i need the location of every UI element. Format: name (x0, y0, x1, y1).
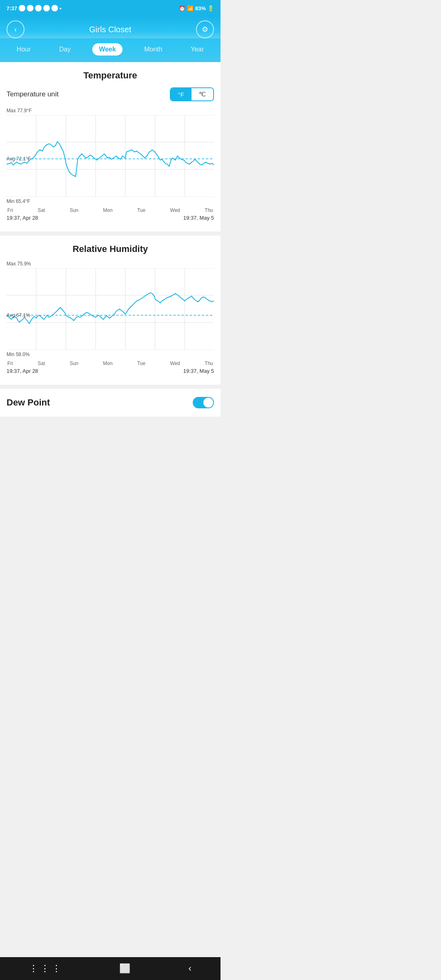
humidity-chart-container: Max 75.9% (7, 261, 214, 357)
tab-month[interactable]: Month (138, 43, 169, 56)
h-x-label-mon: Mon (103, 361, 112, 366)
temperature-chart-container: Max 77.9°F (7, 108, 214, 204)
back-button[interactable]: ‹ (7, 20, 24, 38)
battery-text: 83% (195, 5, 206, 11)
humidity-svg (7, 268, 214, 350)
back-icon: ‹ (14, 25, 17, 34)
h-x-label-sun: Sun (70, 361, 78, 366)
x-label-tue: Tue (137, 207, 145, 213)
humidity-avg-label: Avg 67.1% (7, 312, 30, 318)
fb-icon-5 (51, 5, 58, 11)
tab-day[interactable]: Day (53, 43, 77, 56)
temperature-section: Temperature Temperature unit °F ℃ Max 77… (0, 62, 220, 227)
x-label-thu: Thu (205, 207, 213, 213)
gear-icon: ⚙ (202, 25, 208, 34)
h-x-label-thu: Thu (205, 361, 213, 366)
h-x-label-fri: Fri (7, 361, 13, 366)
unit-row: Temperature unit °F ℃ (7, 87, 214, 101)
status-bar: 7:37 • ⏰ 📶 83% 🔋 (0, 0, 220, 16)
humidity-section: Relative Humidity Max 75.9% (0, 236, 220, 381)
humidity-chart: Avg 67.1% (7, 268, 214, 350)
status-left: 7:37 • (7, 5, 62, 11)
fb-dot: • (60, 5, 62, 11)
temperature-date-row: 19:37, Apr 28 19:37, May 5 (7, 215, 214, 221)
temperature-title: Temperature (7, 70, 214, 81)
temp-max-label: Max 77.9°F (7, 108, 214, 114)
unit-toggle: °F ℃ (170, 87, 214, 101)
tab-year[interactable]: Year (184, 43, 210, 56)
bottom-spacer (0, 416, 220, 439)
fb-icon-3 (35, 5, 42, 11)
temperature-chart: Avg 72.1°F (7, 115, 214, 197)
status-time: 7:37 (7, 5, 17, 11)
temp-min-label: Min 65.4°F (7, 198, 214, 204)
separator-2 (0, 385, 220, 389)
alarm-icon: ⏰ (179, 5, 185, 11)
status-right: ⏰ 📶 83% 🔋 (179, 5, 214, 11)
humidity-title: Relative Humidity (7, 244, 214, 254)
main-content: Temperature Temperature unit °F ℃ Max 77… (0, 62, 220, 416)
x-label-mon: Mon (103, 207, 112, 213)
dew-point-toggle[interactable] (193, 397, 214, 408)
temp-date-start: 19:37, Apr 28 (7, 215, 38, 221)
tab-week[interactable]: Week (92, 43, 122, 56)
unit-label: Temperature unit (7, 90, 59, 98)
settings-button[interactable]: ⚙ (196, 20, 214, 38)
x-label-wed: Wed (170, 207, 180, 213)
unit-f-button[interactable]: °F (171, 88, 192, 100)
dew-point-section: Dew Point (0, 389, 220, 416)
fb-icon-1 (19, 5, 25, 11)
toggle-knob (203, 398, 213, 408)
humidity-date-row: 19:37, Apr 28 19:37, May 5 (7, 368, 214, 374)
tab-bar: Hour Day Week Month Year (0, 38, 220, 62)
temp-date-end: 19:37, May 5 (183, 215, 214, 221)
temp-avg-label: Avg 72.1°F (7, 156, 31, 162)
temperature-x-labels: Fri Sat Sun Mon Tue Wed Thu (7, 207, 214, 213)
x-label-fri: Fri (7, 207, 13, 213)
x-label-sat: Sat (38, 207, 45, 213)
x-label-sun: Sun (70, 207, 78, 213)
h-x-label-tue: Tue (137, 361, 145, 366)
humidity-x-labels: Fri Sat Sun Mon Tue Wed Thu (7, 361, 214, 366)
dew-point-title: Dew Point (7, 397, 50, 408)
tab-hour[interactable]: Hour (10, 43, 38, 56)
page-title: Girls Closet (89, 25, 131, 34)
unit-c-button[interactable]: ℃ (192, 88, 213, 100)
header: ‹ Girls Closet ⚙ (0, 16, 220, 38)
humidity-date-end: 19:37, May 5 (183, 368, 214, 374)
humidity-max-label: Max 75.9% (7, 261, 214, 267)
h-x-label-sat: Sat (38, 361, 45, 366)
fb-icon-2 (27, 5, 33, 11)
fb-icon-4 (43, 5, 50, 11)
separator-1 (0, 232, 220, 236)
h-x-label-wed: Wed (170, 361, 180, 366)
battery-icon: 🔋 (207, 5, 214, 11)
humidity-min-label: Min 58.0% (7, 352, 214, 357)
temperature-svg (7, 115, 214, 197)
humidity-date-start: 19:37, Apr 28 (7, 368, 38, 374)
wifi-icon: 📶 (187, 5, 194, 11)
